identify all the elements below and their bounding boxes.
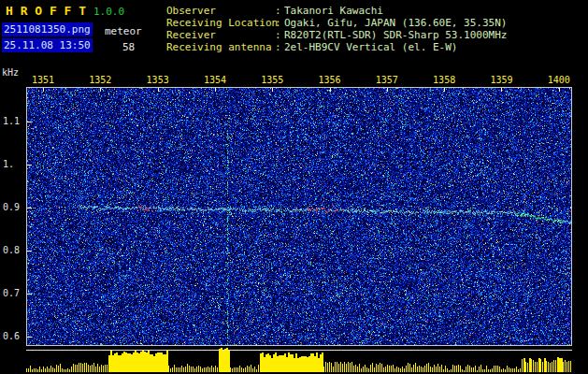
time-tick-label: 1354 [204,75,226,85]
time-tick-label: 1353 [147,75,169,85]
freq-tick-label: 1. [3,159,14,169]
time-tick-label: 1358 [433,75,455,85]
echo-count: 58 [122,41,135,53]
info-separator: : [275,17,284,29]
spectrogram-canvas [26,87,572,346]
freq-tick-label: 0.9 [3,202,20,212]
time-tick-label: 1359 [490,75,512,85]
info-separator: : [275,5,284,17]
output-filename: 2511081350.png [2,22,93,36]
mode-label: meteor [105,25,142,37]
freq-tick-label: 0.8 [3,245,20,255]
freq-tick-label: 0.7 [3,288,20,298]
time-tick-label: 1356 [319,75,341,85]
time-tick-label: 1352 [89,75,111,85]
time-tick-label: 1400 [548,75,570,85]
info-value: 2el-HB9CV Vertical (el. E-W) [284,41,457,53]
freq-unit-label: kHz [2,67,19,78]
app-title: H R O F F T [6,4,86,18]
time-tick-label: 1351 [32,75,54,85]
time-tick-label: 1355 [261,75,283,85]
station-info: Observer:Takanori Kawachi Receiving Loca… [166,5,507,53]
info-label: Receiver [166,29,275,41]
info-row-location: Receiving Location:Ogaki, Gifu, JAPAN (1… [166,17,507,29]
info-row-receiver: Receiver:R820T2(RTL-SDR) SDR-Sharp 53.10… [166,29,507,41]
info-value: Takanori Kawachi [284,5,383,17]
hrofft-screen: H R O F F T 1.0.0 2511081350.png meteor … [0,0,588,374]
amplitude-canvas [26,346,572,372]
info-separator: : [275,41,284,53]
freq-tick-label: 1.1 [3,116,20,126]
info-row-observer: Observer:Takanori Kawachi [166,5,507,17]
time-tick-label: 1357 [376,75,398,85]
freq-tick-label: 0.6 [3,331,20,341]
info-row-antenna: Receiving antenna:2el-HB9CV Vertical (el… [166,41,507,53]
info-label: Receiving Location [166,17,275,29]
info-label: Observer [166,5,275,17]
datetime: 25.11.08 13:50 [2,38,93,52]
info-value: R820T2(RTL-SDR) SDR-Sharp 53.1000MHz [284,29,507,41]
info-label: Receiving antenna [166,41,275,53]
info-value: Ogaki, Gifu, JAPAN (136.60E, 35.35N) [284,17,507,29]
app-version: 1.0.0 [93,6,124,18]
info-separator: : [275,29,284,41]
